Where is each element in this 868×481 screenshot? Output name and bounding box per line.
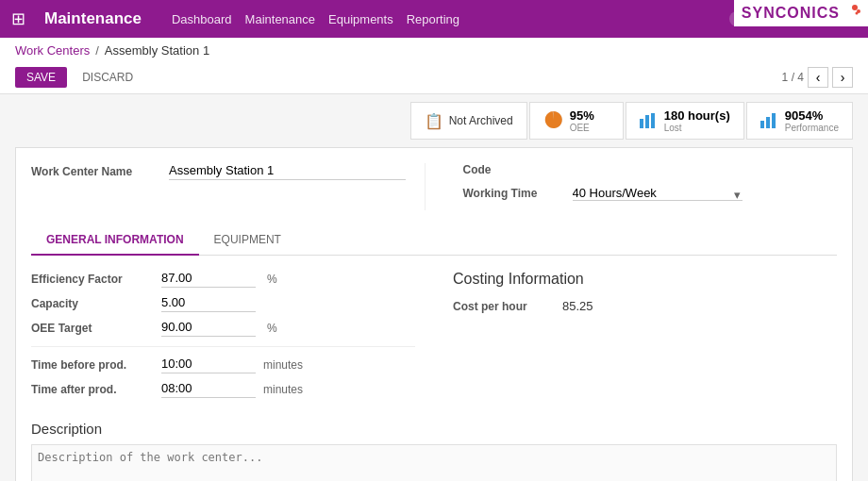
performance-value: 9054% bbox=[785, 108, 839, 123]
efficiency-percent-icon: % bbox=[267, 273, 277, 286]
breadcrumb-bar: Work Centers / Assembly Station 1 SAVE D… bbox=[0, 38, 868, 94]
breadcrumb: Work Centers / Assembly Station 1 bbox=[15, 43, 853, 61]
form-area: Work Center Name Code Working Time 40 Ho… bbox=[15, 147, 853, 481]
svg-rect-7 bbox=[760, 121, 764, 128]
not-archived-label: Not Archived bbox=[449, 114, 513, 127]
capacity-input[interactable] bbox=[161, 295, 256, 312]
working-time-row: Working Time 40 Hours/Week ▾ bbox=[463, 186, 838, 201]
breadcrumb-separator: / bbox=[95, 43, 99, 58]
svg-rect-6 bbox=[651, 113, 655, 128]
oee-pie-icon bbox=[543, 109, 564, 133]
cost-per-hour-value: 85.25 bbox=[562, 299, 593, 313]
work-center-name-field[interactable] bbox=[169, 163, 406, 180]
status-bar: 📋 Not Archived 95% OEE bbox=[0, 94, 868, 147]
divider bbox=[31, 346, 415, 347]
status-oee[interactable]: 95% OEE bbox=[529, 102, 624, 140]
main-form-fields: Work Center Name Code Working Time 40 Ho… bbox=[31, 163, 837, 210]
capacity-row: Capacity bbox=[31, 295, 415, 312]
lost-label: Lost bbox=[664, 123, 730, 133]
work-center-name-input[interactable] bbox=[169, 163, 406, 177]
action-bar: SAVE DISCARD 1 / 4 ‹ › bbox=[15, 61, 853, 93]
tab-general-information[interactable]: GENERAL INFORMATION bbox=[31, 225, 199, 256]
svg-point-2 bbox=[856, 12, 859, 15]
efficiency-factor-row: Efficiency Factor % bbox=[31, 271, 415, 288]
description-textarea[interactable] bbox=[31, 444, 837, 481]
description-section: Description bbox=[31, 421, 837, 481]
code-label: Code bbox=[463, 163, 558, 176]
nav-menu: Dashboard Maintenance Equipments Reporti… bbox=[172, 12, 714, 26]
svg-point-0 bbox=[852, 5, 858, 10]
save-button[interactable]: SAVE bbox=[15, 67, 67, 88]
oee-target-label: OEE Target bbox=[31, 322, 154, 335]
capacity-label: Capacity bbox=[31, 297, 154, 310]
time-after-label: Time after prod. bbox=[31, 383, 154, 396]
discard-button[interactable]: DISCARD bbox=[75, 67, 141, 88]
left-form-col: Work Center Name bbox=[31, 163, 406, 210]
oee-target-input[interactable] bbox=[161, 320, 256, 337]
svg-rect-8 bbox=[766, 117, 770, 128]
efficiency-input[interactable] bbox=[161, 271, 256, 288]
breadcrumb-parent[interactable]: Work Centers bbox=[15, 43, 90, 58]
time-before-label: Time before prod. bbox=[31, 358, 154, 372]
tab-equipment[interactable]: EQUIPMENT bbox=[199, 225, 296, 256]
general-info-fields: Efficiency Factor % Capacity OEE Target … bbox=[31, 271, 415, 406]
status-not-archived[interactable]: 📋 Not Archived bbox=[410, 102, 527, 140]
prev-button[interactable]: ‹ bbox=[808, 67, 828, 88]
oee-value: 95% bbox=[570, 108, 594, 123]
costing-section: Costing Information Cost per hour 85.25 bbox=[453, 271, 837, 406]
main-content: Work Centers / Assembly Station 1 SAVE D… bbox=[0, 38, 868, 481]
nav-dashboard[interactable]: Dashboard bbox=[172, 12, 232, 26]
time-before-input[interactable] bbox=[161, 357, 256, 373]
time-before-unit: minutes bbox=[263, 358, 303, 372]
synconics-logo: SYNCONICS bbox=[734, 0, 868, 26]
pagination-info: 1 / 4 bbox=[782, 71, 804, 84]
description-title: Description bbox=[31, 421, 837, 437]
time-after-input[interactable] bbox=[161, 381, 256, 398]
time-after-row: Time after prod. minutes bbox=[31, 381, 415, 398]
costing-title: Costing Information bbox=[453, 271, 837, 288]
breadcrumb-current: Assembly Station 1 bbox=[105, 43, 209, 58]
performance-bar-icon bbox=[760, 111, 779, 131]
working-time-label: Working Time bbox=[463, 187, 558, 200]
app-name[interactable]: Maintenance bbox=[44, 9, 142, 28]
code-row: Code bbox=[463, 163, 838, 176]
cost-per-hour-row: Cost per hour 85.25 bbox=[453, 299, 837, 313]
lost-bar-icon bbox=[640, 111, 659, 131]
oee-target-row: OEE Target % bbox=[31, 320, 415, 337]
svg-rect-4 bbox=[640, 119, 643, 128]
oee-label: OEE bbox=[570, 123, 594, 133]
cost-per-hour-label: Cost per hour bbox=[453, 300, 547, 313]
oee-target-percent-icon: % bbox=[267, 322, 277, 335]
nav-reporting[interactable]: Reporting bbox=[407, 12, 459, 26]
tabs: GENERAL INFORMATION EQUIPMENT bbox=[31, 225, 837, 256]
working-time-select[interactable]: 40 Hours/Week bbox=[573, 186, 743, 201]
archive-icon: 📋 bbox=[425, 112, 443, 130]
efficiency-label: Efficiency Factor bbox=[31, 273, 154, 286]
status-lost[interactable]: 180 hour(s) Lost bbox=[626, 102, 744, 140]
status-performance[interactable]: 9054% Performance bbox=[746, 102, 853, 140]
performance-label: Performance bbox=[785, 123, 839, 133]
pagination: 1 / 4 ‹ › bbox=[782, 67, 853, 88]
time-before-row: Time before prod. minutes bbox=[31, 357, 415, 373]
logo-decoration bbox=[842, 4, 860, 23]
tab-content-general: Efficiency Factor % Capacity OEE Target … bbox=[31, 271, 837, 406]
svg-rect-5 bbox=[645, 115, 649, 128]
nav-maintenance[interactable]: Maintenance bbox=[245, 12, 315, 26]
work-center-name-row: Work Center Name bbox=[31, 163, 406, 180]
right-form-col: Code Working Time 40 Hours/Week ▾ bbox=[425, 163, 838, 210]
time-after-unit: minutes bbox=[263, 383, 303, 396]
next-button[interactable]: › bbox=[832, 67, 853, 88]
work-center-name-label: Work Center Name bbox=[31, 165, 154, 178]
grid-icon[interactable]: ⊞ bbox=[11, 8, 25, 29]
nav-equipments[interactable]: Equipments bbox=[328, 12, 393, 26]
svg-rect-9 bbox=[772, 113, 776, 128]
lost-value: 180 hour(s) bbox=[664, 108, 730, 123]
